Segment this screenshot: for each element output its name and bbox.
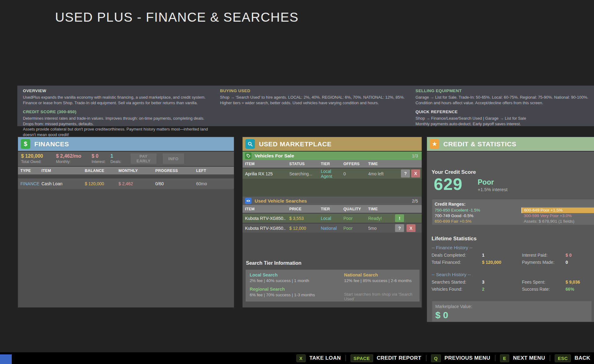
range-very-poor: 300-599 Very Poor +3.0% xyxy=(524,213,594,219)
key-e[interactable]: E xyxy=(500,354,510,362)
for-sale-empty-area xyxy=(243,179,422,197)
searches-started-value: 3 xyxy=(482,280,522,285)
used-plus-screen: USED PLUS - FINANCE & SEARCHES OVERVIEW … xyxy=(0,0,594,364)
total-owed-value: $ 120,000 xyxy=(21,153,43,159)
col-time: TIME xyxy=(368,162,422,166)
for-sale-table-header: ITEM STATUS TIER OFFERS TIME xyxy=(243,160,422,168)
search-history-header: -- Search History -- xyxy=(432,272,471,277)
interest-value: $ 0 xyxy=(92,153,105,159)
marketplace-value-label: Marketplace Value: xyxy=(435,304,472,309)
finance-row-cash-loan[interactable]: FINANCE Cash Loan $ 120,000 $ 2,462 0/60… xyxy=(18,178,234,189)
tier-local: Local Search 2% fee | 40% success | 1 mo… xyxy=(250,272,309,283)
next-menu-hint[interactable]: E NEXT MENU xyxy=(500,354,545,362)
info-button[interactable]: INFO xyxy=(163,153,184,164)
col-progress: PROGRESS xyxy=(155,169,196,173)
for-sale-help-button[interactable]: ? xyxy=(401,169,410,178)
col-time: TIME xyxy=(368,207,422,211)
finance-row-balance: $ 120,000 xyxy=(85,181,118,186)
credit-header: ★ CREDIT & STATISTICS xyxy=(427,137,594,152)
quick-ref-title: QUICK REFERENCE xyxy=(415,109,589,114)
buying-used-line2: Higher tiers = wider search, better odds… xyxy=(220,100,406,106)
overview-line2: Finance or lease from Shop. Trade-In old… xyxy=(23,100,215,106)
success-rate-value: 66% xyxy=(566,287,594,292)
tier-regional-details: 6% fee | 70% success | 1-3 months xyxy=(250,293,315,297)
total-financed-label: Total Financed: xyxy=(432,260,482,265)
search-help-button[interactable]: ? xyxy=(395,224,404,232)
finance-row-progress: 0/60 xyxy=(155,181,196,186)
for-sale-row-aprilia[interactable]: Aprilia RX 125 Searching... Local Agent … xyxy=(243,169,422,179)
buying-used-title: BUYING USED xyxy=(220,88,406,93)
for-sale-cancel-button[interactable]: X xyxy=(411,169,420,178)
overview-line1: UsedPlus expands the vanilla economy wit… xyxy=(23,95,215,100)
interest-paid-label: Interest Paid: xyxy=(522,253,566,258)
interest-stat: $ 0 Interest: xyxy=(92,153,105,164)
deals-value: 1 xyxy=(110,153,121,159)
finances-table-gap xyxy=(18,174,234,178)
credit-ranges-right: 600-649 Poor +1.5% 300-599 Very Poor +3.… xyxy=(521,208,594,224)
tier-regional-name: Regional Search xyxy=(250,287,315,292)
credit-report-hint[interactable]: SPACE CREDIT REPORT xyxy=(351,354,421,362)
stat-row: Total Financed: $ 120,000 Payments Made:… xyxy=(432,260,594,265)
searches-table-header: ITEM PRICE TIER QUALITY TIME xyxy=(243,205,422,213)
deals-completed-value: 1 xyxy=(482,253,522,258)
marketplace-panel: USED MARKETPLACE Vehicles For Sale 1/3 I… xyxy=(242,136,422,308)
fees-spent-label: Fees Spent: xyxy=(522,280,566,285)
finance-row-item: Cash Loan xyxy=(41,181,85,186)
tier-info-title: Search Tier Information xyxy=(246,260,301,266)
search-cancel-button[interactable]: X xyxy=(407,224,415,232)
finance-row-monthly: $ 2,462 xyxy=(118,181,155,186)
stat-row: Vehicles Found: 2 Success Rate: 66% xyxy=(432,287,594,292)
divider xyxy=(495,355,495,361)
search-row-ready[interactable]: Kubota RTV-XG850.. $ 3,553 Local Poor Re… xyxy=(243,214,422,223)
take-loan-label: TAKE LOAN xyxy=(309,355,341,361)
credit-score-line2: Assets provide collateral but don't prov… xyxy=(23,126,215,137)
finances-panel: $ FINANCES $ 120,000 Total Owed: $ 2,462… xyxy=(17,136,235,308)
deals-completed-label: Deals Completed: xyxy=(432,253,482,258)
bottom-key-bar: X TAKE LOAN SPACE CREDIT REPORT Q PREVIO… xyxy=(0,352,594,364)
eye-icon xyxy=(245,198,252,204)
col-left: LEFT xyxy=(196,169,234,173)
search-quality: Poor xyxy=(343,226,368,231)
used-searches-count: 2/5 xyxy=(412,199,418,203)
back-hint[interactable]: ESC BACK xyxy=(555,354,590,362)
divider xyxy=(550,355,550,361)
col-status: STATUS xyxy=(289,162,321,166)
marketplace-header: USED MARKETPLACE xyxy=(243,137,422,152)
col-item: ITEM xyxy=(41,169,85,173)
vehicles-for-sale-bar: Vehicles For Sale 1/3 xyxy=(243,152,422,160)
finances-header-label: FINANCES xyxy=(34,140,69,148)
col-tier: TIER xyxy=(321,207,343,211)
stat-row: Deals Completed: 1 Interest Paid: $ 0 xyxy=(432,253,594,258)
take-loan-hint[interactable]: X TAKE LOAN xyxy=(296,354,341,362)
selling-line1: Garage → List for Sale. Trade-In: 50-65%… xyxy=(415,95,589,100)
total-financed-value: $ 120,000 xyxy=(482,260,522,265)
key-q[interactable]: Q xyxy=(431,354,441,362)
finances-header: $ FINANCES xyxy=(18,137,234,152)
search-row-national[interactable]: Kubota RTV-XG850.. $ 12,000 National Poo… xyxy=(243,224,422,233)
range-poor-current: 600-649 Poor +1.5% xyxy=(521,208,594,213)
credit-score-value: 629 xyxy=(434,174,463,194)
vehicles-found-value: 2 xyxy=(482,287,522,292)
back-label: BACK xyxy=(575,355,590,361)
for-sale-item: Aprilia RX 125 xyxy=(245,171,289,176)
key-esc[interactable]: ESC xyxy=(555,354,571,362)
key-space[interactable]: SPACE xyxy=(351,354,373,362)
key-x[interactable]: X xyxy=(296,354,306,362)
previous-menu-label: PREVIOUS MENU xyxy=(445,355,490,361)
searches-started-label: Searches Started: xyxy=(432,280,482,285)
tier-local-name: Local Search xyxy=(250,272,309,277)
deals-label: Deals: xyxy=(110,160,121,164)
previous-menu-hint[interactable]: Q PREVIOUS MENU xyxy=(431,354,490,362)
quick-ref-line1: Shop → Finance/Lease/Search Used | Garag… xyxy=(415,116,589,121)
search-tier: National xyxy=(321,226,343,231)
for-sale-status: Searching... xyxy=(289,171,321,176)
search-item: Kubota RTV-XG850.. xyxy=(245,226,289,231)
search-quality: Poor xyxy=(343,216,368,221)
next-menu-label: NEXT MENU xyxy=(513,355,545,361)
fees-spent-value: $ 9,036 xyxy=(566,280,594,285)
col-quality: QUALITY xyxy=(343,207,368,211)
credit-rating: Poor xyxy=(478,178,494,186)
divider xyxy=(346,355,346,361)
pay-early-button[interactable]: PAY EARLY xyxy=(131,153,157,164)
search-claim-button[interactable]: ! xyxy=(395,214,404,222)
